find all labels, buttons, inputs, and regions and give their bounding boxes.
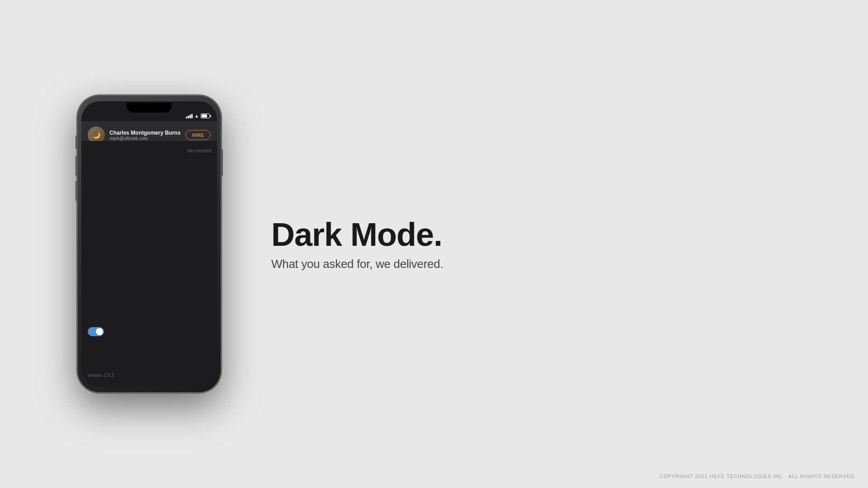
signal-bar-1 <box>186 117 187 118</box>
right-content: Dark Mode. What you asked for, we delive… <box>271 217 443 271</box>
background-content: the moment. <box>81 141 217 387</box>
signal-bar-4 <box>191 114 193 118</box>
power-button <box>221 149 223 176</box>
profile-text: Charles Montgomery Burns mark@vilimek.co… <box>109 130 180 141</box>
phone-shell: ▲ the moment. � <box>77 95 222 393</box>
signal-bar-2 <box>188 116 189 118</box>
subheadline: What you asked for, we delivered. <box>271 257 443 271</box>
status-icons: ▲ <box>186 113 210 118</box>
volume-down-button <box>75 181 77 201</box>
phone-screen: ▲ the moment. � <box>81 101 217 387</box>
notch-cutout <box>127 103 172 113</box>
dark-mode-toggle[interactable] <box>88 327 104 336</box>
battery-fill <box>202 114 207 117</box>
hire-button[interactable]: HIRE <box>185 130 211 140</box>
avatar-initials: 🌙 <box>93 131 100 139</box>
signal-bar-3 <box>189 115 191 118</box>
wifi-icon: ▲ <box>194 113 199 118</box>
volume-up-button <box>75 156 77 176</box>
phone-notch <box>120 101 179 114</box>
battery-icon <box>201 113 210 118</box>
app-content: the moment. 🌙 Charles Montgomery Burns m… <box>81 121 217 387</box>
mute-button <box>75 136 77 149</box>
version-text: version 2.0.2 <box>88 373 113 378</box>
profile-name: Charles Montgomery Burns <box>109 130 180 136</box>
phone-mockup: ▲ the moment. � <box>77 95 222 393</box>
bg-content-inner: the moment. <box>174 141 217 387</box>
profile-email: mark@vilimek.com <box>109 136 180 141</box>
empty-state-text: the moment. <box>187 148 212 153</box>
headline: Dark Mode. <box>271 217 443 253</box>
signal-bars <box>186 114 193 118</box>
footer-text: COPYRIGHT 2021 HEFE TECHNOLOGIES INC · A… <box>660 474 854 479</box>
